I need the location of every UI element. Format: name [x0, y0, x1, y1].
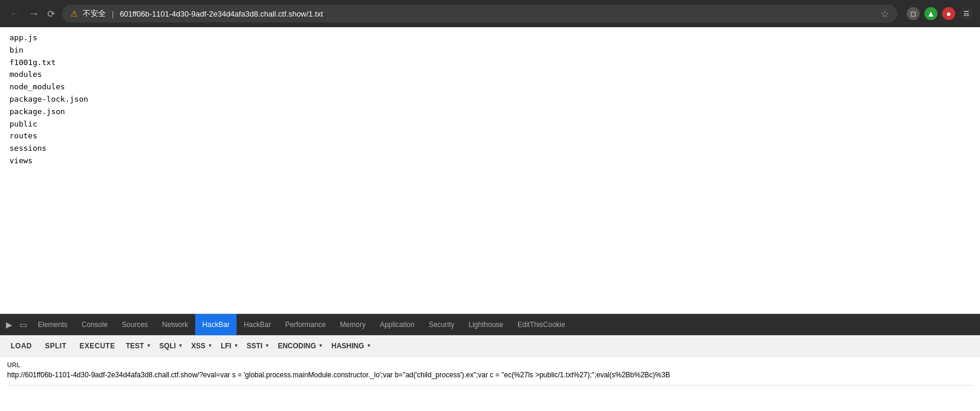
browser-chrome: ← → ⟳ ⚠ 不安全 | 601ff06b-1101-4d30-9adf-2e…: [0, 0, 980, 27]
address-bar[interactable]: ⚠ 不安全 | 601ff06b-1101-4d30-9adf-2e34d4af…: [62, 5, 897, 22]
file-list-item: bin: [9, 44, 971, 57]
bookmark-icon[interactable]: ☆: [881, 8, 889, 20]
file-list-item: routes: [9, 130, 971, 143]
file-list-item: sessions: [9, 143, 971, 155]
security-warning-text: 不安全: [83, 8, 106, 19]
page-content: app.jsbinf1001g.txtmodulesnode_modulespa…: [0, 27, 980, 313]
extension-icon-4[interactable]: ☴: [960, 7, 973, 20]
extension-icon-3[interactable]: ●: [942, 7, 955, 20]
forward-button[interactable]: →: [26, 6, 41, 21]
file-list-item: modules: [9, 69, 971, 81]
reload-button[interactable]: ⟳: [45, 6, 57, 22]
file-list-item: views: [9, 155, 971, 167]
extension-icon-2[interactable]: ▲: [924, 7, 937, 20]
file-list-item: app.js: [9, 32, 971, 44]
separator: |: [112, 9, 114, 18]
security-warning-icon: ⚠: [70, 9, 78, 18]
file-list-item: node_modules: [9, 81, 971, 93]
browser-extensions: ◻ ▲ ● ☴: [907, 7, 973, 20]
file-list-item: package-lock.json: [9, 93, 971, 106]
file-list-item: f1001g.txt: [9, 57, 971, 69]
nav-buttons: ← → ⟳: [7, 6, 57, 22]
file-listing: app.jsbinf1001g.txtmodulesnode_modulespa…: [9, 32, 971, 167]
file-list-item: public: [9, 118, 971, 131]
extension-icon-1[interactable]: ◻: [907, 7, 920, 20]
file-list-item: package.json: [9, 106, 971, 118]
back-button[interactable]: ←: [7, 6, 22, 21]
address-text: 601ff06b-1101-4d30-9adf-2e34d4afa3d8.cha…: [119, 9, 877, 18]
